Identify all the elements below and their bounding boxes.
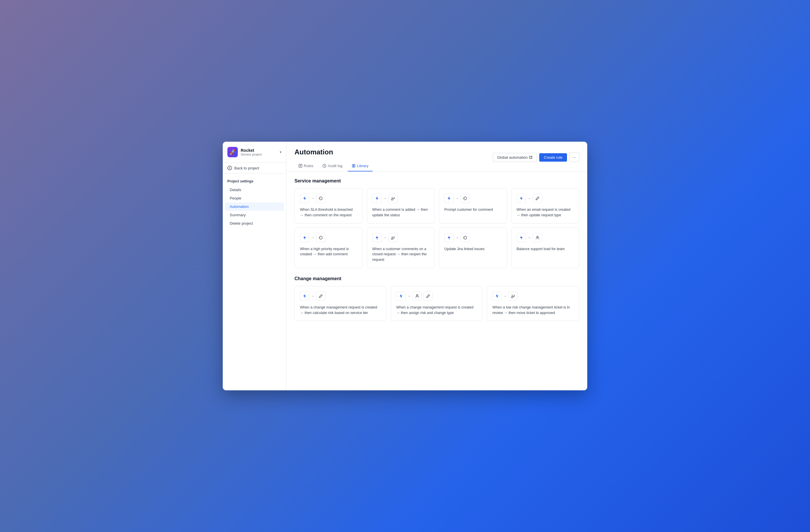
page-header: Automation Rules Audit — [287, 142, 587, 171]
chevron-down-icon[interactable]: ▾ — [280, 150, 281, 154]
arrow-icon: → — [311, 294, 314, 298]
back-label: Back to project — [234, 166, 259, 170]
rule-card-email-text: When an email request is created → then … — [517, 207, 574, 218]
lightning-icon-box — [444, 194, 454, 203]
rule-card-sla-text: When SLA threshold is breached → then co… — [300, 207, 357, 218]
lightning-icon-box — [492, 292, 502, 301]
rule-card-jira-linked[interactable]: → Update Jira linked issues — [439, 228, 507, 268]
content-area: Service management → When SLA thr — [287, 171, 587, 390]
rule-card-change-assign-text: When a change management request is crea… — [396, 305, 477, 316]
svg-point-0 — [228, 166, 232, 170]
create-rule-label: Create rule — [544, 155, 562, 160]
project-avatar: 🚀 — [227, 147, 238, 157]
lightning-icon-box — [517, 233, 526, 242]
section-service-management: Service management → When SLA thr — [294, 178, 579, 268]
create-rule-button[interactable]: Create rule — [539, 153, 567, 162]
branch-icon-box — [508, 292, 518, 301]
lightning-icon-box — [517, 194, 526, 203]
lightning-icon-box — [372, 194, 382, 203]
refresh-icon-box — [460, 194, 470, 203]
tab-audit-log-label: Audit log — [328, 164, 342, 168]
project-type: Service project — [241, 153, 277, 156]
arrow-icon: → — [455, 236, 459, 240]
rule-card-change-risk[interactable]: → When a change management request is cr… — [294, 286, 387, 321]
branch-icon-box — [389, 233, 398, 242]
nav-section: Project settings Details People Automati… — [223, 173, 286, 232]
rule-card-high-priority-text: When a high priority request is created … — [300, 246, 357, 257]
arrow-icon: → — [311, 236, 314, 240]
arrow-icon: → — [503, 294, 507, 298]
svg-point-4 — [416, 295, 418, 296]
more-options-button[interactable]: ··· — [569, 153, 579, 162]
rule-card-low-risk[interactable]: → When a low risk change management tick… — [487, 286, 579, 321]
sidebar-item-summary[interactable]: Summary — [225, 211, 284, 219]
header-actions: Global automation Create rule ··· — [493, 153, 580, 162]
refresh-icon-box — [460, 233, 470, 242]
rule-icon — [298, 164, 302, 168]
sidebar-item-people[interactable]: People — [225, 194, 284, 202]
arrow-icon: → — [311, 196, 314, 200]
section-change-management: Change management → When a change — [294, 276, 579, 321]
rule-card-change-assign[interactable]: → When a change management request is cr… — [391, 286, 483, 321]
section-change-management-title: Change management — [294, 276, 579, 281]
global-automation-button[interactable]: Global automation — [493, 153, 537, 162]
edit-icon-box — [533, 194, 542, 203]
refresh-icon-box — [316, 194, 325, 203]
main-content: Automation Rules Audit — [287, 142, 587, 390]
arrow-icon: → — [455, 196, 459, 200]
more-options-label: ··· — [572, 155, 576, 160]
service-management-grid: → When SLA threshold is breached → then … — [294, 188, 579, 268]
rule-card-balance-text: Balance support load for team — [517, 246, 574, 252]
person-icon-box — [412, 292, 422, 301]
lightning-icon-box — [372, 233, 382, 242]
person-icon-box — [533, 233, 542, 242]
project-name: Rocket — [241, 148, 277, 153]
lightning-icon-box — [396, 292, 406, 301]
tab-audit-log[interactable]: Audit log — [319, 161, 346, 171]
tab-library-label: Library — [357, 164, 369, 168]
rule-card-customer-closed-text: When a customer comments on a closed req… — [372, 246, 430, 263]
back-to-project-button[interactable]: Back to project — [223, 163, 286, 173]
rule-card-comment-status[interactable]: → When a comment is added → then update … — [367, 188, 435, 223]
rule-card-high-priority[interactable]: → When a high priority request is create… — [294, 228, 363, 268]
tab-library[interactable]: Library — [348, 161, 373, 171]
sidebar: 🚀 Rocket Service project ▾ Back to proje… — [223, 142, 287, 390]
arrow-icon: → — [383, 196, 387, 200]
rule-card-prompt-text: Prompt customer for comment — [444, 207, 502, 213]
lightning-icon-box — [300, 292, 309, 301]
arrow-icon: → — [528, 236, 531, 240]
rule-card-change-risk-text: When a change management request is crea… — [300, 305, 381, 316]
lightning-icon-box — [300, 194, 309, 203]
rule-card-sla-threshold[interactable]: → When SLA threshold is breached → then … — [294, 188, 363, 223]
sidebar-item-automation[interactable]: Automation — [225, 202, 284, 211]
clock-icon — [323, 164, 326, 168]
rule-card-low-risk-text: When a low risk change management ticket… — [492, 305, 574, 316]
change-management-grid: → When a change management request is cr… — [294, 286, 579, 321]
book-icon — [352, 164, 356, 168]
edit-icon-box — [316, 292, 325, 301]
arrow-icon: → — [528, 196, 531, 200]
tabs: Rules Audit log Library — [294, 161, 373, 171]
sidebar-item-delete-project[interactable]: Delete project — [225, 219, 284, 228]
rule-card-balance-support[interactable]: → Balance support load for team — [511, 228, 580, 268]
tab-rules-label: Rules — [304, 164, 313, 168]
svg-point-3 — [537, 236, 538, 237]
branch-icon-box — [389, 194, 398, 203]
sidebar-header: 🚀 Rocket Service project ▾ — [223, 142, 286, 163]
external-link-icon — [529, 155, 533, 159]
refresh-icon-box — [316, 233, 325, 242]
rule-card-email-request[interactable]: → When an email request is created → the… — [511, 188, 580, 223]
section-service-management-title: Service management — [294, 178, 579, 184]
project-settings-label: Project settings — [223, 178, 286, 186]
rule-card-customer-closed[interactable]: → When a customer comments on a closed r… — [367, 228, 435, 268]
rule-card-jira-text: Update Jira linked issues — [444, 246, 502, 252]
rule-card-prompt-customer[interactable]: → Prompt customer for comment — [439, 188, 507, 223]
global-automation-label: Global automation — [497, 155, 528, 160]
lightning-icon-box — [300, 233, 309, 242]
page-title: Automation — [294, 148, 373, 156]
back-arrow-icon — [227, 166, 232, 170]
tab-rules[interactable]: Rules — [294, 161, 317, 171]
rule-card-comment-status-text: When a comment is added → then update th… — [372, 207, 430, 218]
sidebar-item-details[interactable]: Details — [225, 186, 284, 194]
arrow-icon: → — [383, 236, 387, 240]
